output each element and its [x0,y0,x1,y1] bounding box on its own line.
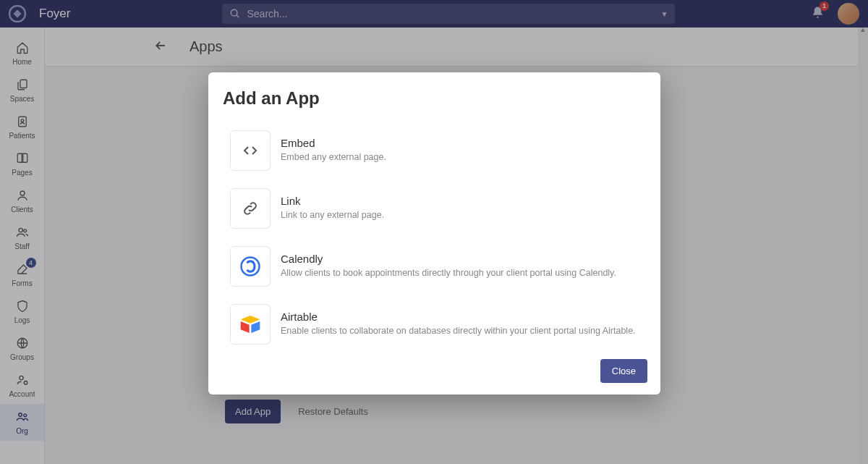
link-icon [242,200,259,217]
modal-footer: Close [208,350,660,395]
app-option-airtable[interactable]: Airtable Enable clients to collaborate o… [230,295,656,350]
code-icon [242,142,259,159]
svg-marker-16 [241,316,260,324]
app-desc: Link to any external page. [281,209,384,222]
app-name: Link [281,195,384,207]
airtable-icon [239,313,262,336]
calendly-icon [239,256,261,277]
svg-marker-17 [241,321,250,333]
add-app-modal: Add an App Embed Embed any external page… [208,72,660,395]
app-desc: Allow clients to book appointments direc… [281,267,616,280]
close-button[interactable]: Close [600,359,647,383]
app-option-link[interactable]: Link Link to any external page. [230,180,656,237]
app-option-embed[interactable]: Embed Embed any external page. [230,122,656,180]
app-name: Embed [281,137,386,149]
app-name: Airtable [281,311,636,323]
app-desc: Enable clients to collaborate on databas… [281,325,636,338]
app-name: Calendly [281,253,616,265]
app-list[interactable]: Embed Embed any external page. Link Link… [208,116,660,350]
modal-title: Add an App [208,72,660,116]
svg-marker-18 [251,321,260,333]
app-desc: Embed any external page. [281,151,386,164]
app-option-calendly[interactable]: Calendly Allow clients to book appointme… [230,237,656,295]
